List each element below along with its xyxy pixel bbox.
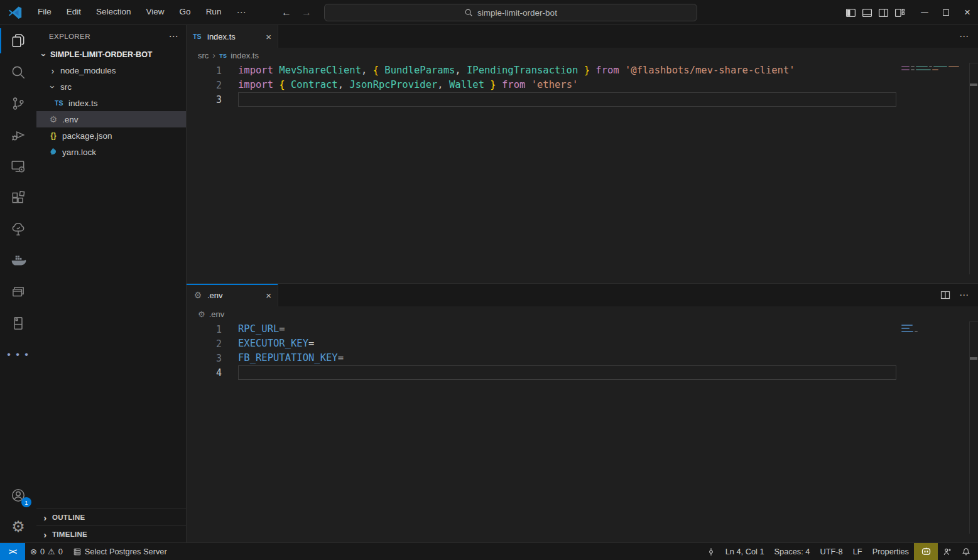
scrollbar[interactable] <box>969 63 978 274</box>
problems-indicator[interactable]: ⊗ 0 ⚠ 0 <box>25 543 68 560</box>
feedback-button[interactable] <box>938 543 957 560</box>
code-editor-index-ts[interactable]: 1import MevShareClient, { BundleParams, … <box>187 63 978 283</box>
encoding-setting[interactable]: UTF-8 <box>815 543 847 560</box>
run-debug-icon <box>10 127 26 143</box>
explorer-more-icon[interactable]: ⋯ <box>169 31 178 42</box>
activitybar-more-icon[interactable]: • • • <box>0 339 36 370</box>
copilot-status[interactable] <box>914 543 938 560</box>
activitybar-database-extension[interactable] <box>0 308 36 339</box>
timeline-section[interactable]: › TIMELINE <box>36 525 186 542</box>
file-label: .env <box>62 115 79 124</box>
activitybar-docker[interactable] <box>0 245 36 276</box>
minimap[interactable] <box>901 66 968 70</box>
folder-label: src <box>60 82 72 92</box>
indentation-setting[interactable]: Spaces: 4 <box>769 543 815 560</box>
forward-icon[interactable]: → <box>302 7 312 18</box>
menu-more-icon[interactable]: ⋯ <box>230 4 253 21</box>
editor-more-actions-icon[interactable]: ⋯ <box>959 31 969 42</box>
feedback-person-icon <box>943 547 952 556</box>
breadcrumb-file[interactable]: index.ts <box>231 51 259 60</box>
activitybar-search[interactable] <box>0 57 36 88</box>
scrollbar-thumb[interactable] <box>970 357 977 360</box>
activitybar-accounts[interactable]: 1 <box>0 480 36 511</box>
menu-view[interactable]: View <box>140 4 171 21</box>
editor-group-bottom: ⚙ .env × ⋯ ⚙ .env 1RPC_U <box>187 284 978 542</box>
menu-run[interactable]: Run <box>200 4 228 21</box>
tree-item-yarn-lock[interactable]: yarn.lock <box>36 144 186 160</box>
scrollbar-thumb[interactable] <box>970 83 977 86</box>
tree-item-node-modules[interactable]: › node_modules <box>36 62 186 78</box>
activitybar-windows-extension[interactable] <box>0 276 36 308</box>
explorer-sidebar: EXPLORER ⋯ › SIMPLE-LIMIT-ORDER-BOT › no… <box>36 25 187 542</box>
code-line-4[interactable]: 4 <box>187 365 978 380</box>
tree-item-env[interactable]: ⚙ .env <box>36 111 186 127</box>
code-line-3[interactable]: 3 <box>187 92 978 107</box>
back-icon[interactable]: ← <box>281 7 291 18</box>
breadcrumb-top[interactable]: src › TS index.ts <box>187 48 978 63</box>
code-line-2[interactable]: 2import { Contract, JsonRpcProvider, Wal… <box>187 78 978 92</box>
toggle-sidebar-icon[interactable] <box>845 8 856 18</box>
language-mode[interactable]: Properties <box>867 543 914 560</box>
outline-section[interactable]: › OUTLINE <box>36 509 186 525</box>
chevron-right-icon: › <box>41 529 49 540</box>
tree-item-package-json[interactable]: {} package.json <box>36 127 186 144</box>
timeline-label: TIMELINE <box>52 530 87 538</box>
notifications-button[interactable] <box>957 543 978 560</box>
menu-bar: File Edit Selection View Go Run ⋯ <box>31 4 253 21</box>
cursor-position[interactable]: Ln 4, Col 1 <box>720 543 769 560</box>
activitybar-settings[interactable]: ⚙ <box>0 511 36 542</box>
remote-explorer-icon <box>10 158 26 175</box>
extensions-icon <box>10 190 26 206</box>
ports-indicator[interactable] <box>702 543 720 560</box>
menu-go[interactable]: Go <box>173 4 197 21</box>
editor-more-actions-icon[interactable]: ⋯ <box>959 289 969 301</box>
activitybar-run-debug[interactable] <box>0 119 36 151</box>
search-value: simple-limit-order-bot <box>477 8 557 18</box>
breadcrumb-folder[interactable]: src <box>198 51 209 60</box>
close-tab-icon[interactable]: × <box>266 290 271 301</box>
breadcrumb-file[interactable]: .env <box>209 310 225 319</box>
tab-env[interactable]: ⚙ .env × <box>187 284 278 306</box>
activitybar-source-control[interactable] <box>0 88 36 119</box>
tab-index-ts[interactable]: TS index.ts × <box>187 25 278 48</box>
env-file-gear-icon: ⚙ <box>48 114 58 124</box>
code-editor-env[interactable]: 1RPC_URL=2EXECUTOR_KEY=3FB_REPUTATION_KE… <box>187 321 978 542</box>
line-text: RPC_URL= <box>238 322 896 337</box>
tree-item-src[interactable]: › src <box>36 78 186 95</box>
vscode-logo-icon <box>8 5 23 20</box>
postgres-server-selector[interactable]: Select Postgres Server <box>68 543 172 560</box>
eol-setting[interactable]: LF <box>848 543 867 560</box>
toggle-secondary-sidebar-icon[interactable] <box>878 8 889 18</box>
split-editor-icon[interactable] <box>940 290 950 300</box>
gear-icon: ⚙ <box>11 518 25 536</box>
minimap[interactable] <box>901 325 968 332</box>
bell-icon <box>962 547 970 556</box>
menu-file[interactable]: File <box>31 4 58 21</box>
customize-layout-icon[interactable] <box>894 8 905 18</box>
error-count: 0 <box>40 547 45 556</box>
activitybar-explorer[interactable] <box>0 25 36 57</box>
minimize-button[interactable]: ─ <box>914 0 935 25</box>
explorer-title: EXPLORER <box>49 33 90 40</box>
chevron-right-icon: › <box>49 65 57 76</box>
activitybar-remote-explorer[interactable] <box>0 151 36 182</box>
command-center-search[interactable]: simple-limit-order-bot <box>324 4 697 21</box>
code-line-1[interactable]: 1import MevShareClient, { BundleParams, … <box>187 63 978 78</box>
breadcrumb-bottom[interactable]: ⚙ .env <box>187 306 978 321</box>
activitybar-testing-extension[interactable] <box>0 213 36 245</box>
code-line-2[interactable]: 2EXECUTOR_KEY= <box>187 337 978 351</box>
maximize-button[interactable] <box>935 0 957 25</box>
toggle-panel-icon[interactable] <box>862 8 872 18</box>
scrollbar[interactable] <box>969 321 978 534</box>
close-tab-icon[interactable]: × <box>266 31 271 42</box>
remote-indicator[interactable]: >< <box>0 543 25 560</box>
menu-selection[interactable]: Selection <box>90 4 138 21</box>
source-control-icon <box>10 95 26 112</box>
menu-edit[interactable]: Edit <box>60 4 87 21</box>
code-line-3[interactable]: 3FB_REPUTATION_KEY= <box>187 351 978 365</box>
root-folder-row[interactable]: › SIMPLE-LIMIT-ORDER-BOT <box>36 47 186 62</box>
close-window-button[interactable]: × <box>957 0 978 25</box>
code-line-1[interactable]: 1RPC_URL= <box>187 322 978 337</box>
tree-item-index-ts[interactable]: TS index.ts <box>36 95 186 111</box>
activitybar-extensions[interactable] <box>0 182 36 213</box>
